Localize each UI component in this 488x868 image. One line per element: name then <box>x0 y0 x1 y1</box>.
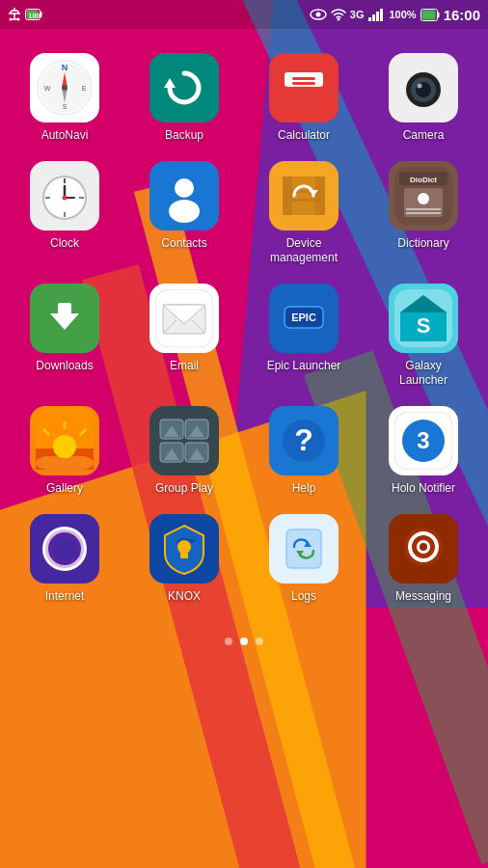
pagination-dot-2[interactable] <box>240 637 248 645</box>
app-label-messaging: Messaging <box>395 589 451 603</box>
pagination-dot-1[interactable] <box>225 637 232 645</box>
svg-point-45 <box>63 196 68 201</box>
app-camera[interactable]: Camera <box>364 43 483 151</box>
app-icon-clock <box>30 161 99 231</box>
svg-point-1 <box>17 18 20 21</box>
app-icon-gallery <box>30 406 99 475</box>
app-label-email: Email <box>170 359 199 372</box>
app-downloads[interactable]: Downloads <box>5 274 124 396</box>
app-email[interactable]: Email <box>124 274 244 396</box>
app-galaxy[interactable]: S Galaxy Launcher <box>364 274 483 396</box>
pagination-dot-3[interactable] <box>256 637 263 645</box>
svg-rect-80 <box>36 456 94 470</box>
signal-icon <box>367 8 385 21</box>
svg-rect-31 <box>292 82 315 85</box>
app-icon-autonavi: N S W E <box>30 53 99 122</box>
svg-point-36 <box>418 84 422 89</box>
svg-text:3: 3 <box>417 427 429 453</box>
app-gallery[interactable]: Gallery <box>5 396 124 504</box>
svg-rect-11 <box>376 12 379 21</box>
app-contacts[interactable]: Contacts <box>124 151 244 274</box>
svg-text:W: W <box>44 85 51 92</box>
app-label-epic: Epic Launcher <box>267 359 341 372</box>
app-icon-messaging <box>389 514 458 583</box>
app-logs[interactable]: Logs <box>244 504 364 612</box>
app-messaging[interactable]: Messaging <box>364 504 483 612</box>
svg-rect-9 <box>368 17 371 21</box>
battery-icon <box>420 9 440 21</box>
app-label-internet: Internet <box>45 589 85 603</box>
app-label-galaxy: Galaxy Launcher <box>380 359 467 387</box>
svg-rect-65 <box>58 303 71 316</box>
app-knox[interactable]: KNOX <box>124 504 244 612</box>
app-label-knox: KNOX <box>168 589 201 603</box>
svg-rect-15 <box>421 10 435 19</box>
app-grid: N S W E AutoNavi Backup <box>0 34 488 623</box>
app-icon-email <box>149 284 219 353</box>
status-bar: 100 3G 100% 16:00 <box>0 0 488 29</box>
app-clock[interactable]: Clock <box>5 151 124 274</box>
svg-point-60 <box>418 193 429 204</box>
svg-point-8 <box>337 18 339 21</box>
app-icon-downloads <box>30 284 99 353</box>
small-battery-icon: 100 <box>25 9 42 20</box>
app-icon-groupplay <box>149 406 219 475</box>
svg-point-24 <box>62 85 68 91</box>
app-icon-calculator <box>269 53 339 122</box>
app-label-downloads: Downloads <box>36 359 93 372</box>
eye-icon <box>310 9 327 20</box>
app-icon-logs <box>269 514 339 583</box>
app-label-camera: Camera <box>403 128 445 142</box>
app-icon-camera <box>389 53 458 122</box>
app-icon-dictionary: DioDict <box>389 161 458 231</box>
app-icon-knox <box>149 514 219 583</box>
svg-rect-51 <box>283 176 292 215</box>
app-label-holo: Holo Notifier <box>392 481 455 495</box>
svg-text:S: S <box>417 313 431 338</box>
app-groupplay[interactable]: Group Play <box>124 396 244 504</box>
app-icon-internet <box>30 514 99 583</box>
app-calculator[interactable]: Calculator <box>244 43 364 151</box>
app-label-gallery: Gallery <box>46 481 83 495</box>
app-icon-holo: 3 <box>389 406 458 475</box>
app-label-contacts: Contacts <box>161 236 206 250</box>
app-icon-backup <box>149 53 219 122</box>
svg-point-48 <box>169 200 200 223</box>
svg-point-81 <box>53 435 76 458</box>
svg-rect-30 <box>292 77 315 80</box>
svg-rect-106 <box>180 549 188 558</box>
wifi-icon <box>331 8 346 21</box>
svg-rect-14 <box>437 12 439 17</box>
app-autonavi[interactable]: N S W E AutoNavi <box>5 43 124 151</box>
app-label-device: Device management <box>260 236 347 264</box>
app-label-logs: Logs <box>291 589 316 603</box>
network-type: 3G <box>350 9 365 20</box>
app-label-dictionary: Dictionary <box>397 236 448 250</box>
pagination <box>0 623 488 665</box>
svg-text:DioDict: DioDict <box>410 176 437 184</box>
svg-rect-3 <box>41 12 42 17</box>
usb-icon <box>8 7 21 22</box>
app-icon-contacts <box>149 161 219 231</box>
app-holo[interactable]: 3 Holo Notifier <box>364 396 483 504</box>
svg-rect-53 <box>283 190 325 193</box>
svg-point-116 <box>420 543 427 551</box>
app-label-calculator: Calculator <box>278 128 330 142</box>
svg-point-7 <box>315 13 320 17</box>
app-dictionary[interactable]: DioDict Dictionary <box>364 151 483 274</box>
status-left: 100 <box>8 7 42 22</box>
svg-rect-52 <box>315 176 325 215</box>
app-epic[interactable]: EPIC Epic Launcher <box>244 274 364 396</box>
svg-text:E: E <box>82 85 87 92</box>
svg-rect-10 <box>372 14 375 21</box>
clock-time: 16:00 <box>444 7 480 23</box>
app-icon-device <box>269 161 339 231</box>
app-backup[interactable]: Backup <box>124 43 244 151</box>
app-device[interactable]: Device management <box>244 151 364 274</box>
svg-point-47 <box>175 178 194 198</box>
app-label-backup: Backup <box>165 128 203 142</box>
app-help[interactable]: ? Help <box>244 396 364 504</box>
app-label-autonavi: AutoNavi <box>41 128 89 142</box>
app-internet[interactable]: Internet <box>5 504 124 612</box>
svg-point-0 <box>10 18 13 21</box>
